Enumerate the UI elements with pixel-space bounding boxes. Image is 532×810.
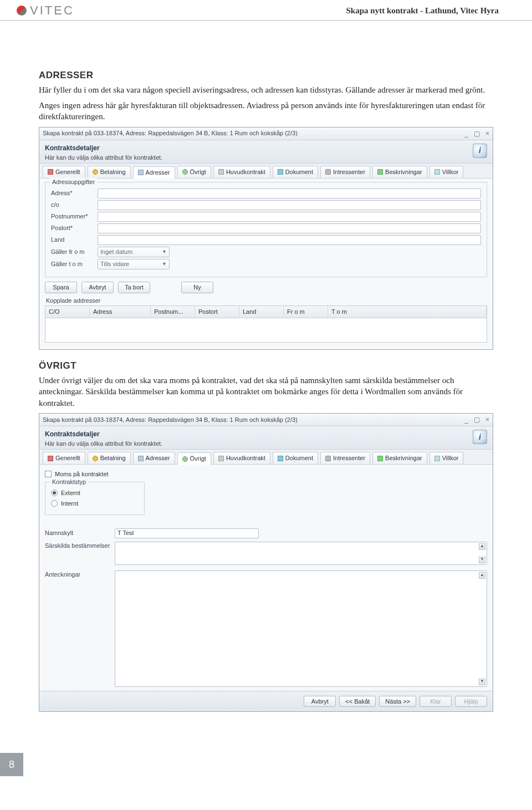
scroll-up-icon[interactable]: ▲ <box>479 572 485 579</box>
app2-titlebar: Skapa kontrakt på 033-18374, Adress: Rap… <box>39 414 493 426</box>
app1-tabs: Generellt Betalning Adresser Övrigt Huvu… <box>39 164 493 179</box>
label-from: Gäller fr o m <box>51 248 94 256</box>
linked-grid-header: C/O Adress Postnum... Postort Land Fr o … <box>45 305 487 318</box>
col-tom[interactable]: T o m <box>328 306 487 318</box>
address-icon <box>138 456 144 461</box>
textarea-anteckningar[interactable]: ▲ ▼ <box>115 570 487 687</box>
radio-externt[interactable] <box>51 490 58 496</box>
page-number: 8 <box>0 753 23 776</box>
close-icon[interactable]: × <box>485 415 489 424</box>
page-content: ADRESSER Här fyller du i om det ska vara… <box>0 21 532 731</box>
group-kontraktstyp: Kontraktstyp <box>50 478 88 486</box>
chevron-down-icon: ▼ <box>162 261 167 267</box>
combo-tom[interactable]: Tills vidare▼ <box>98 259 170 269</box>
ny-button[interactable]: Ny <box>181 282 213 293</box>
col-postnum[interactable]: Postnum... <box>151 306 195 318</box>
scroll-down-icon[interactable]: ▼ <box>479 679 485 685</box>
tab-ovrigt[interactable]: Övrigt <box>177 166 211 178</box>
address-icon <box>138 170 144 175</box>
tab-huvudkontrakt[interactable]: Huvudkontrakt <box>213 452 270 464</box>
input-adress[interactable] <box>98 189 481 198</box>
app1-panel-title: Kontraktsdetaljer <box>45 144 487 152</box>
tab-beskrivningar[interactable]: Beskrivningar <box>372 452 427 464</box>
col-land[interactable]: Land <box>239 306 284 318</box>
tree-icon <box>377 456 383 461</box>
tab-huvudkontrakt[interactable]: Huvudkontrakt <box>213 166 270 178</box>
col-adress[interactable]: Adress <box>90 306 151 318</box>
help-icon[interactable]: i <box>473 430 487 444</box>
col-co[interactable]: C/O <box>45 306 90 318</box>
tab-villkor[interactable]: Villkor <box>429 452 464 464</box>
minimize-icon[interactable]: _ <box>464 129 468 138</box>
tab-intressenter[interactable]: Intressenter <box>320 452 370 464</box>
tabort-button[interactable]: Ta bort <box>118 282 150 293</box>
link-icon <box>218 169 224 175</box>
tab-dokument[interactable]: Dokument <box>273 452 318 464</box>
app-window-ovrigt: Skapa kontrakt på 033-18374, Adress: Rap… <box>39 413 493 712</box>
close-icon[interactable]: × <box>485 129 489 138</box>
app2-tabs: Generellt Betalning Adresser Övrigt Huvu… <box>39 450 493 465</box>
scroll-up-icon[interactable]: ▲ <box>479 543 485 550</box>
avbryt-button[interactable]: Avbryt <box>81 282 114 293</box>
wizard-bakat-button[interactable]: << Bakåt <box>339 696 376 707</box>
label-externt: Externt <box>61 489 80 497</box>
col-from[interactable]: Fr o m <box>284 306 328 318</box>
linked-grid-body[interactable] <box>45 318 487 343</box>
wizard-avbryt-button[interactable]: Avbryt <box>304 696 336 707</box>
wizard-hjalp-button[interactable]: Hjälp <box>455 696 487 707</box>
radio-internt[interactable] <box>51 500 58 507</box>
tab-intressenter[interactable]: Intressenter <box>320 166 370 178</box>
tab-adresser[interactable]: Adresser <box>133 166 175 179</box>
input-land[interactable] <box>98 235 481 245</box>
maximize-icon[interactable]: ▢ <box>474 129 480 138</box>
input-postort[interactable] <box>98 223 481 233</box>
app2-panel-header: i Kontraktsdetaljer Här kan du välja oli… <box>39 426 493 450</box>
help-icon[interactable]: i <box>473 144 487 158</box>
col-postort[interactable]: Postort <box>195 306 239 318</box>
maximize-icon[interactable]: ▢ <box>474 415 480 424</box>
tab-dokument[interactable]: Dokument <box>273 166 318 178</box>
tab-generellt[interactable]: Generellt <box>43 166 85 178</box>
tab-ovrigt[interactable]: Övrigt <box>177 452 211 465</box>
app1-titlebar: Skapa kontrakt på 033-18374, Adress: Rap… <box>39 128 493 140</box>
app1-panel-sub: Här kan du välja olika attribut för kont… <box>45 154 487 162</box>
tree-icon <box>377 169 383 175</box>
coin-icon <box>93 456 98 461</box>
brand-text: VITEC <box>30 3 74 18</box>
input-namnskylt[interactable]: T Test <box>115 528 259 538</box>
combo-from[interactable]: Inget datum▼ <box>98 247 170 257</box>
wizard-klar-button[interactable]: Klar <box>420 696 452 707</box>
tab-villkor[interactable]: Villkor <box>429 166 464 178</box>
tab-adresser[interactable]: Adresser <box>133 452 175 464</box>
link-icon <box>218 456 224 461</box>
vitec-logo: VITEC <box>17 3 74 18</box>
minimize-icon[interactable]: _ <box>464 415 468 424</box>
input-co[interactable] <box>98 200 481 210</box>
label-co: c/o <box>51 201 94 209</box>
scroll-down-icon[interactable]: ▼ <box>479 557 485 563</box>
person-icon <box>325 169 331 175</box>
spara-button[interactable]: Spara <box>45 282 77 293</box>
tab-betalning[interactable]: Betalning <box>88 452 131 464</box>
gear-icon <box>182 456 188 462</box>
tab-betalning[interactable]: Betalning <box>88 166 131 178</box>
section-adresser-heading: ADRESSER <box>39 69 493 82</box>
app2-panel-title: Kontraktsdetaljer <box>45 430 487 439</box>
section-adresser-p1: Här fyller du i om det ska vara någon sp… <box>39 84 493 95</box>
checkbox-moms[interactable] <box>45 471 52 477</box>
tab-beskrivningar[interactable]: Beskrivningar <box>372 166 427 178</box>
input-postnr[interactable] <box>98 212 481 222</box>
wizard-nasta-button[interactable]: Nästa >> <box>379 696 416 707</box>
textarea-sarskilda[interactable]: ▲ ▼ <box>115 542 487 565</box>
label-adress: Adress* <box>51 189 94 197</box>
label-sarskilda: Särskilda bestämmelser <box>45 542 111 550</box>
list-icon <box>434 456 440 461</box>
app1-title: Skapa kontrakt på 033-18374, Adress: Rap… <box>43 129 298 137</box>
vitec-mark-icon <box>17 6 27 16</box>
label-namnskylt: Namnskylt <box>45 529 111 537</box>
tab-generellt[interactable]: Generellt <box>43 452 85 464</box>
person-icon <box>325 456 331 461</box>
square-icon <box>48 456 53 461</box>
chevron-down-icon: ▼ <box>162 248 167 255</box>
document-icon <box>278 456 283 461</box>
